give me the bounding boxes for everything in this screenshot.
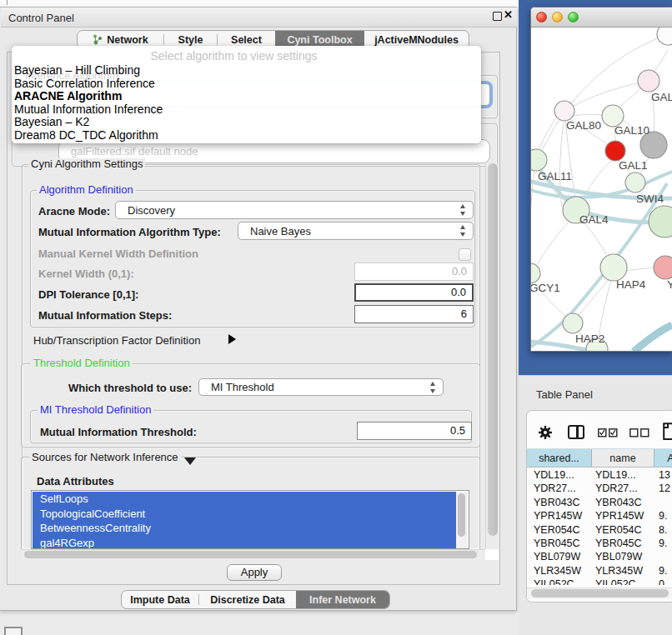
unchecked-boxes-icon[interactable]	[629, 428, 649, 438]
data-attribute-item[interactable]: gal4RGexp	[33, 536, 457, 550]
hub-definition-label[interactable]: Hub/Transcription Factor Definition	[33, 334, 200, 347]
table-row[interactable]: YLR345WYLR345W9.	[527, 564, 672, 578]
control-panel-titlebar	[1, 8, 517, 28]
network-node[interactable]	[654, 256, 672, 279]
table-rows: YDL19...YDL19...13YDR27...YDR27...12YBR0…	[527, 468, 672, 585]
settings-vertical-scrollbar-thumb[interactable]	[488, 163, 498, 536]
table-cell: YBR045C	[595, 537, 642, 550]
attributes-scrollbar-thumb[interactable]	[458, 493, 465, 537]
table-horizontal-scrollbar-thumb[interactable]	[531, 589, 669, 598]
data-attribute-item[interactable]: BetweennessCentrality	[33, 521, 457, 536]
close-icon[interactable]: ✕	[504, 8, 513, 21]
float-window-icon[interactable]	[493, 12, 502, 21]
dpi-tolerance-field[interactable]: 0.0	[354, 283, 474, 302]
attributes-scrollbar[interactable]	[456, 492, 468, 549]
table-column-header[interactable]: shared...	[527, 449, 592, 467]
network-node[interactable]	[605, 141, 625, 161]
table-row[interactable]: YBR043CYBR043C	[527, 496, 672, 509]
table-cell: YDL19...	[595, 468, 636, 482]
network-edge[interactable]	[565, 121, 575, 198]
table-cell: 12	[659, 482, 670, 495]
settings-horizontal-scrollbar-thumb[interactable]	[24, 551, 477, 558]
zoom-traffic-light-icon[interactable]	[568, 12, 579, 22]
table-row[interactable]: YER054CYER054C8.	[527, 523, 672, 537]
scrollbar-corner	[485, 549, 499, 560]
bottom-tab-impute-data[interactable]: Impute Data	[122, 591, 198, 608]
apply-button[interactable]: Apply	[227, 564, 282, 581]
checked-boxes-icon[interactable]	[598, 428, 618, 438]
algorithm-option[interactable]: Mutual Information Inference	[14, 102, 163, 116]
table-cell: YER054C	[595, 523, 642, 537]
table-cell: 9.	[659, 509, 667, 522]
network-edge[interactable]	[537, 221, 569, 265]
table-cell: 9.	[659, 564, 667, 578]
top-tick	[7, 0, 8, 5]
data-attribute-item[interactable]: SelfLoops	[33, 492, 457, 507]
table-cell: YPR145W	[595, 509, 644, 522]
network-edge[interactable]	[574, 81, 649, 106]
mi-type-combo[interactable]: Naive Bayes	[238, 222, 474, 240]
algorithm-option[interactable]: Basic Correlation Inference	[14, 77, 155, 90]
table-row[interactable]: YBR045CYBR045C9.	[527, 537, 672, 550]
document-icon[interactable]	[663, 422, 672, 441]
mit-field[interactable]: 0.5	[357, 422, 472, 440]
algorithm-option[interactable]: Dream8 DC_TDC Algorithm	[14, 128, 158, 142]
network-edge[interactable]	[634, 325, 672, 351]
bottom-tab-infer-network[interactable]: Infer Network	[296, 591, 389, 608]
table-row[interactable]: YDL19...YDL19...13	[527, 468, 672, 482]
minimize-traffic-light-icon[interactable]	[552, 12, 563, 22]
network-edge[interactable]	[539, 117, 557, 150]
network-edge[interactable]	[624, 268, 654, 271]
network-node[interactable]	[554, 101, 574, 121]
aracne-mode-label: Aracne Mode:	[38, 205, 110, 218]
table-column-header[interactable]: name	[592, 449, 654, 467]
table-header-row[interactable]: shared...nameA	[527, 448, 672, 468]
kernel-width-field[interactable]: 0.0	[354, 262, 474, 281]
aracne-mode-combo[interactable]: Discovery	[115, 201, 474, 219]
gear-icon[interactable]	[538, 425, 553, 440]
minimized-panel-icon[interactable]	[4, 627, 23, 635]
which-threshold-combo[interactable]: MI Threshold	[198, 378, 444, 396]
algorithm-option[interactable]: Bayesian – K2	[14, 115, 89, 128]
network-node[interactable]	[531, 263, 540, 283]
bottom-tab-discretize-data[interactable]: Discretize Data	[199, 591, 296, 608]
data-attributes-list[interactable]: SelfLoopsTopologicalCoefficientBetweenne…	[31, 490, 469, 549]
network-node[interactable]	[531, 149, 547, 171]
network-node-label: Y	[667, 278, 672, 291]
data-attribute-item[interactable]: TopologicalCoefficient	[33, 507, 457, 522]
network-node-label: GAL4	[579, 213, 609, 226]
table-row[interactable]: YIL052CYIL052C0.	[527, 578, 672, 585]
close-traffic-light-icon[interactable]	[536, 12, 547, 22]
mi-steps-field[interactable]: 6	[354, 305, 474, 323]
table-row[interactable]: YDR27...YDR27...12	[527, 482, 672, 495]
sources-title: Sources for Network Inference	[29, 452, 181, 463]
table-cell: YLR345W	[595, 564, 643, 578]
expander-arrow-icon[interactable]	[228, 334, 236, 344]
combo-stepper-icon	[429, 382, 437, 393]
table-row[interactable]: YPR145WYPR145W9.	[527, 509, 672, 522]
network-node-label: SWI4	[636, 192, 664, 205]
table-row[interactable]: YBL079WYBL079W	[527, 550, 672, 563]
network-node[interactable]	[638, 70, 659, 92]
network-canvas[interactable]: GALGAL80GAL10GAL1GAL11SWI4GAL4GCY1HAP4YH…	[531, 28, 672, 351]
which-threshold-label: Which threshold to use:	[68, 382, 192, 394]
manual-kernel-checkbox[interactable]	[459, 248, 471, 261]
network-node[interactable]	[657, 28, 672, 45]
table-column-header[interactable]: A	[654, 449, 672, 467]
network-edge[interactable]	[531, 183, 667, 347]
network-node[interactable]	[625, 172, 645, 192]
algorithm-popup: Select algorithm to view settings Infere…	[12, 46, 481, 143]
algorithm-option[interactable]: ARACNE Algorithm	[14, 89, 122, 102]
split-table-icon[interactable]	[568, 425, 584, 439]
table-cell: YDR27...	[595, 482, 638, 495]
network-edge[interactable]	[572, 114, 602, 116]
network-edge[interactable]	[584, 222, 607, 256]
algorithm-option[interactable]: Bayesian – Hill Climbing	[14, 63, 140, 77]
table-cell: YPR145W	[534, 509, 582, 522]
network-node[interactable]	[563, 313, 583, 333]
network-node[interactable]	[600, 254, 627, 281]
network-node[interactable]	[649, 206, 672, 238]
tab-label: Impute Data	[130, 594, 190, 606]
collapse-arrow-icon[interactable]	[184, 458, 196, 465]
which-threshold-value: MI Threshold	[199, 381, 274, 393]
